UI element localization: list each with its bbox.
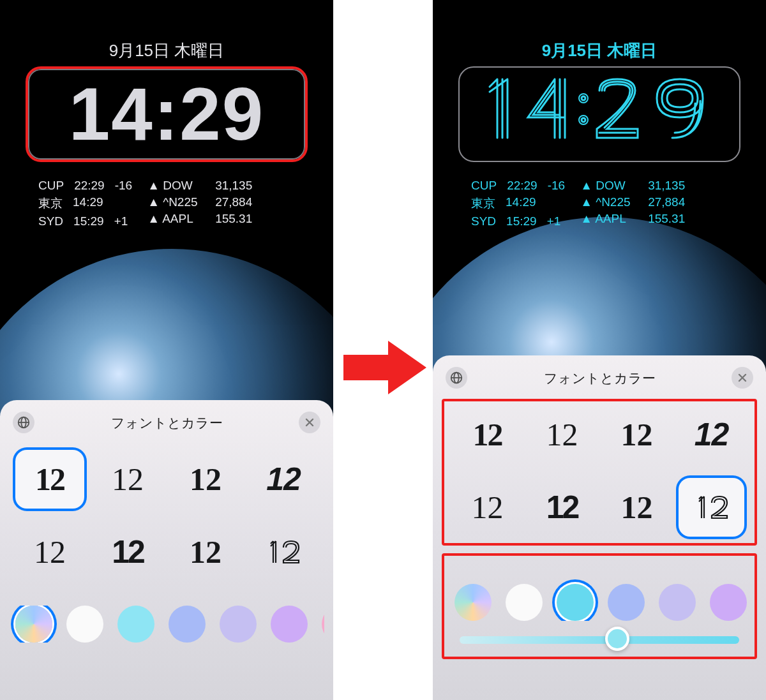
font-option[interactable]: 12 — [604, 405, 670, 464]
lockscreen-date[interactable]: 9月15日 木曜日 — [433, 40, 766, 62]
stock-symbol: ▲ AAPL — [580, 212, 638, 226]
globe-icon — [449, 371, 463, 385]
world-clock-city: 東京 — [38, 195, 63, 212]
lockscreen-date[interactable]: 9月15日 木曜日 — [0, 40, 333, 62]
color-swatch[interactable] — [322, 606, 324, 643]
globe-icon — [17, 415, 31, 429]
stock-symbol: ▲ DOW — [147, 179, 205, 193]
color-swatch[interactable] — [454, 584, 492, 621]
color-swatch[interactable] — [117, 606, 154, 643]
clock-time-value: 14:29 — [69, 77, 265, 151]
color-swatch[interactable] — [659, 584, 696, 621]
color-swatch[interactable] — [608, 584, 645, 621]
lockscreen-clock[interactable] — [458, 66, 740, 162]
font-option[interactable]: 12 — [15, 523, 84, 581]
world-clock-city: 東京 — [471, 195, 495, 212]
font-option[interactable] — [249, 523, 318, 581]
close-button[interactable] — [732, 367, 753, 389]
font-option[interactable]: 12 — [93, 450, 162, 509]
world-clock-city: SYD — [471, 214, 496, 228]
sheet-title: フォントとカラー — [544, 369, 656, 387]
close-icon — [737, 373, 747, 383]
font-options-grid: 12 12 12 12 12 12 12 — [9, 450, 324, 581]
font-option[interactable] — [679, 478, 744, 537]
highlight-color-area — [442, 553, 757, 659]
world-clock-city: CUP — [38, 179, 64, 193]
font-option[interactable]: 12 — [529, 478, 595, 537]
numerals-globe-button[interactable] — [13, 412, 34, 433]
svg-point-6 — [582, 118, 585, 122]
svg-point-7 — [579, 115, 588, 124]
color-swatch[interactable] — [169, 606, 206, 643]
lockscreen-widgets[interactable]: CUP22:29-16 東京14:29 SYD15:29+1 ▲ DOW31,1… — [471, 179, 728, 228]
color-swatch[interactable] — [710, 584, 747, 621]
font-option[interactable]: 12 — [171, 450, 240, 509]
color-swatch[interactable] — [271, 606, 308, 643]
font-option[interactable]: 12 — [529, 405, 595, 464]
color-swatch[interactable] — [66, 606, 103, 643]
close-button[interactable] — [299, 412, 320, 433]
font-option[interactable]: 12 — [171, 523, 240, 581]
color-options-row — [9, 606, 324, 643]
clock-time-value — [472, 70, 727, 158]
world-clock-city: SYD — [38, 214, 63, 228]
sheet-title: フォントとカラー — [111, 414, 223, 432]
color-swatch[interactable] — [557, 584, 594, 621]
svg-point-5 — [579, 94, 588, 103]
highlight-font-area: 12 12 12 12 12 12 12 — [442, 399, 757, 546]
font-option[interactable]: 12 — [679, 405, 744, 464]
font-option[interactable]: 12 — [454, 405, 520, 464]
font-option[interactable]: 12 — [15, 450, 84, 509]
font-option[interactable]: 12 — [249, 450, 318, 509]
lockscreen-widgets[interactable]: CUP22:29-16 東京14:29 SYD15:29+1 ▲ DOW31,1… — [38, 179, 295, 228]
font-option[interactable]: 12 — [604, 478, 670, 537]
slider-thumb[interactable] — [605, 627, 629, 651]
font-color-sheet: フォントとカラー 12 12 12 12 12 12 12 — [433, 355, 766, 700]
font-option[interactable]: 12 — [93, 523, 162, 581]
font-color-sheet: フォントとカラー 12 12 12 12 12 12 12 — [0, 400, 333, 700]
stock-symbol: ▲ AAPL — [147, 212, 205, 226]
transition-arrow-icon — [343, 337, 426, 398]
phone-screenshot-after: 9月15日 木曜日 — [433, 0, 766, 700]
color-swatch[interactable] — [220, 606, 257, 643]
font-options-grid: 12 12 12 12 12 12 12 — [448, 405, 751, 537]
stock-symbol: ▲ DOW — [580, 179, 638, 193]
color-swatch[interactable] — [15, 606, 52, 643]
stock-symbol: ▲ ^N225 — [580, 195, 638, 209]
close-icon — [304, 417, 315, 428]
numerals-globe-button[interactable] — [446, 367, 467, 389]
color-swatch[interactable] — [506, 584, 543, 621]
phone-screenshot-before: 9月15日 木曜日 14:29 CUP22:29-16 東京14:29 SYD1… — [0, 0, 333, 700]
color-options-row — [448, 570, 751, 621]
world-clock-city: CUP — [471, 179, 497, 193]
stock-symbol: ▲ ^N225 — [147, 195, 205, 209]
tone-slider[interactable] — [448, 636, 751, 644]
svg-point-4 — [582, 96, 585, 100]
lockscreen-clock[interactable]: 14:29 — [26, 66, 308, 162]
svg-marker-0 — [343, 341, 426, 394]
font-option[interactable]: 12 — [454, 478, 520, 537]
